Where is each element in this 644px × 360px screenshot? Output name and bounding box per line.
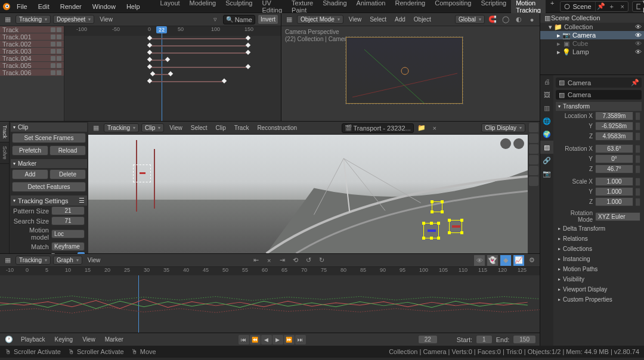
viewport-mode-dd[interactable]: Object Mode: [297, 15, 343, 24]
graph-toggle-1[interactable]: 👁: [474, 255, 485, 266]
tool-measure[interactable]: [529, 176, 538, 186]
section-clip[interactable]: Clip: [11, 123, 87, 132]
play-rev-button[interactable]: ◀: [261, 335, 272, 345]
unlink-icon[interactable]: ×: [429, 123, 440, 134]
clip-menu-view[interactable]: View: [166, 123, 185, 132]
shading-wire-icon[interactable]: ◐: [513, 14, 524, 25]
delta-transform[interactable]: Delta Transform: [556, 224, 642, 234]
transform-header[interactable]: Transform: [556, 102, 642, 111]
viewlayer-selector[interactable]: View Layer + ×: [632, 1, 644, 12]
tl-menu-keying[interactable]: Keying: [52, 335, 76, 344]
proportional-icon[interactable]: ◯: [500, 14, 511, 25]
ptab-constraint[interactable]: 🔗: [540, 154, 553, 167]
tracker-marker[interactable]: [133, 165, 151, 182]
editor-type-icon[interactable]: ▦: [91, 123, 101, 134]
lock-icon[interactable]: [636, 188, 640, 196]
track-row[interactable]: Track: [0, 26, 64, 33]
clip-menu-recon[interactable]: Reconstruction: [254, 123, 300, 132]
lock-icon[interactable]: [636, 132, 640, 141]
ptab-render[interactable]: 🖨: [540, 75, 553, 88]
track-row[interactable]: Track.002: [0, 41, 64, 48]
vp-menu-add[interactable]: Add: [392, 15, 408, 24]
clip-editor-dd[interactable]: Tracking: [104, 123, 139, 132]
tool-cursor[interactable]: [529, 123, 538, 132]
track-row[interactable]: Track.003: [0, 48, 64, 55]
prefetch-button[interactable]: Prefetch: [12, 145, 48, 156]
clip-mode-dd[interactable]: Clip: [141, 123, 164, 132]
lock-icon[interactable]: [636, 145, 640, 153]
sec-motionpaths[interactable]: Motion Paths: [556, 264, 642, 274]
clip-menu-track[interactable]: Track: [231, 123, 252, 132]
current-frame-field[interactable]: 22: [418, 335, 438, 344]
eye-icon[interactable]: 👁: [634, 32, 642, 39]
sec-custom[interactable]: Custom Properties: [556, 294, 642, 305]
graph-canvas[interactable]: 22: [0, 275, 540, 333]
end-frame-field[interactable]: 150: [513, 335, 536, 344]
dopesheet-mode-dd[interactable]: Dopesheet: [53, 15, 94, 24]
eye-icon[interactable]: 👁: [634, 48, 642, 55]
tl-menu-view[interactable]: View: [79, 335, 98, 344]
lock-icon[interactable]: [636, 178, 640, 186]
lock-icon[interactable]: [636, 155, 640, 163]
tree-cube[interactable]: ▸▣ Cube 👁: [540, 39, 644, 48]
delete-marker-button[interactable]: Delete: [49, 169, 86, 179]
scene-new-icon[interactable]: +: [606, 1, 617, 12]
track-row[interactable]: Track.001: [0, 33, 64, 41]
detect-features-button[interactable]: Detect Features: [12, 182, 86, 192]
graph-btn-e[interactable]: ↺: [303, 255, 314, 266]
eye-icon[interactable]: 👁: [634, 23, 642, 30]
pin-icon[interactable]: 📌: [631, 79, 639, 86]
sec-visibility[interactable]: Visibility: [556, 274, 642, 284]
ptab-output[interactable]: 🖼: [540, 88, 553, 101]
reload-button[interactable]: Reload: [49, 145, 86, 156]
play-button[interactable]: ▶: [273, 335, 283, 345]
vp-menu-select[interactable]: Select: [367, 15, 389, 24]
scene-pin-icon[interactable]: 📌: [596, 1, 606, 12]
vtab-track[interactable]: Track: [0, 122, 9, 142]
sec-viewport[interactable]: Viewport Display: [556, 284, 642, 294]
add-marker-button[interactable]: Add: [12, 169, 48, 179]
list-icon[interactable]: ☰: [79, 197, 85, 204]
jump-start-button[interactable]: ⏮: [239, 335, 249, 345]
ptab-view[interactable]: ▥: [540, 101, 553, 114]
rot-z-field[interactable]: 46.7°: [595, 165, 633, 173]
menu-help[interactable]: Help: [122, 1, 145, 12]
eye-icon[interactable]: 👁: [634, 40, 642, 47]
match-dd[interactable]: Keyframe: [51, 242, 85, 251]
ptab-world[interactable]: 🌍: [540, 128, 553, 141]
editor-type-icon[interactable]: 🕐: [4, 334, 14, 345]
graph-btn-f[interactable]: ↻: [316, 255, 327, 266]
graph-toggle-2[interactable]: 👻: [487, 255, 498, 266]
graph-menu-view[interactable]: View: [85, 256, 104, 265]
vp-menu-object[interactable]: Object: [411, 15, 434, 24]
track-row[interactable]: Track.004: [0, 55, 64, 62]
vp-orient-dd[interactable]: Global: [455, 15, 485, 24]
props-breadcrumb[interactable]: ▨ Camera 📌: [556, 77, 642, 88]
dopesheet-canvas[interactable]: -100 -50 0 50 100 150 22: [64, 26, 281, 121]
clip-canvas[interactable]: [88, 135, 528, 253]
folder-icon[interactable]: 📁: [416, 123, 427, 134]
tl-menu-playback[interactable]: Playback: [18, 335, 48, 344]
loc-y-field[interactable]: -6.9258m: [595, 122, 633, 131]
clip-menu-clip[interactable]: Clip: [213, 123, 229, 132]
section-tracking[interactable]: Tracking Settings☰: [11, 195, 87, 206]
dopesheet-menu-view[interactable]: View: [97, 15, 116, 24]
pattern-size-field[interactable]: 21: [51, 206, 85, 215]
dopesheet-editor-dd[interactable]: Tracking: [16, 15, 51, 24]
tree-collection[interactable]: ▾📁 Collection 👁: [540, 23, 644, 31]
rot-x-field[interactable]: 63.6°: [595, 144, 633, 153]
scl-y-field[interactable]: 1.000: [595, 187, 633, 196]
editor-type-icon[interactable]: ▦: [2, 14, 13, 25]
search-size-field[interactable]: 71: [51, 216, 85, 225]
clip-display-dd[interactable]: Clip Display: [481, 123, 525, 132]
lock-icon[interactable]: [636, 122, 640, 131]
graph-btn-a[interactable]: ⇤: [250, 255, 261, 266]
vp-menu-view[interactable]: View: [346, 15, 365, 24]
datablock-selector[interactable]: ▨ Camera: [556, 90, 642, 100]
tool-scale[interactable]: [529, 155, 538, 165]
shading-a-icon[interactable]: [500, 138, 511, 149]
tree-lamp[interactable]: ▸💡 Lamp 👁: [540, 48, 644, 56]
start-frame-field[interactable]: 1: [476, 335, 493, 344]
section-marker[interactable]: Marker: [11, 159, 87, 168]
ptab-data[interactable]: 📷: [540, 167, 553, 180]
